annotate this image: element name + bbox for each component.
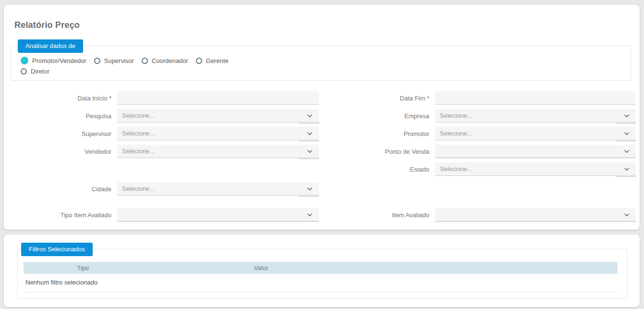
field-data-fim [435,91,636,105]
label-pesquisa: Pesquisa [7,112,111,120]
select-value-empresa: Selecione... [435,112,473,119]
radio-option-gerente[interactable]: Gerente [196,56,229,65]
select-caret-underline [299,122,319,124]
filters-fieldset: Filtros Selecionados Tipo Valor Nenhum f… [17,249,628,299]
radio-label-supervisor: Supervisor [104,57,134,64]
report-form: Data Início *Data Fim *PesquisaSelecione… [4,91,640,222]
page-title: Relatório Preço [14,20,640,30]
select-cidade[interactable]: Selecione... [117,182,319,196]
radio-option-coordenador[interactable]: Coordenador [142,56,188,65]
column-header-valor: Valor [142,262,380,274]
radio-option-diretor[interactable]: Diretor [21,67,49,75]
radio-label-diretor: Diretor [31,68,49,75]
chevron-down-icon [306,185,313,192]
select-supervisor[interactable]: Selecione... [117,127,319,140]
chevron-down-icon [623,130,630,137]
form-row: Data Início *Data Fim * [7,91,640,105]
select-value-pesquisa: Selecione... [117,112,155,119]
field-pesquisa: Selecione... [117,109,319,123]
filters-card: Filtros Selecionados Tipo Valor Nenhum f… [4,235,640,307]
form-row: VendedorSelecione...Ponto de Venda [7,145,640,158]
select-value-supervisor: Selecione... [117,130,155,137]
label-empresa: Empresa [325,112,429,120]
select-promotor[interactable]: Selecione... [435,127,636,140]
label-vendedor: Vendedor [7,148,111,155]
report-card: Relatório Preço Analisar dados de Promot… [4,5,640,230]
select-caret-underline [299,140,319,141]
select-value-promotor: Selecione... [435,130,473,137]
field-item-avaliado [435,208,636,222]
label-ponto-de-venda: Ponto de Venda [325,148,429,155]
field-cidade: Selecione... [117,182,319,196]
radio-option-supervisor[interactable]: Supervisor [94,56,134,65]
form-row: Tipo Item AvaliadoItem Avaliado [7,208,640,222]
label-data-inicio: Data Início * [7,95,111,102]
radio-label-promotor-vendedor: Promotor/Vendedor [32,57,86,64]
input-data-inicio[interactable] [117,91,319,105]
select-empresa[interactable]: Selecione... [435,109,636,123]
select-estado[interactable]: Selecione... [435,162,636,176]
select-caret-underline [616,175,636,177]
radio-unselected-icon[interactable] [94,58,100,64]
select-value-cidade: Selecione... [117,185,155,192]
chevron-down-icon [623,148,630,155]
select-ponto-de-venda[interactable] [435,145,636,158]
input-data-fim[interactable] [435,91,636,105]
select-item-avaliado[interactable] [435,208,636,222]
radio-unselected-icon[interactable] [142,58,148,64]
label-supervisor: Supervisor [7,130,111,137]
chevron-down-icon [623,112,630,119]
select-value-vendedor: Selecione... [117,148,155,155]
filters-legend-tab[interactable]: Filtros Selecionados [21,243,93,256]
radio-selected-icon[interactable] [21,57,28,64]
filters-table-header-row: Tipo Valor [24,262,618,274]
field-promotor: Selecione... [435,127,636,140]
chevron-down-icon [306,112,313,119]
label-promotor: Promotor [325,130,429,137]
select-caret-underline [616,122,636,124]
chevron-down-icon [306,211,313,218]
radio-option-promotor-vendedor[interactable]: Promotor/Vendedor [21,56,86,65]
field-supervisor: Selecione... [117,127,319,140]
select-caret-underline [299,195,319,197]
analyze-options: Promotor/VendedorSupervisorCoordenadorGe… [18,55,248,77]
radio-label-gerente: Gerente [206,57,229,64]
field-data-inicio [117,91,319,105]
chevron-down-icon [306,148,313,155]
filters-empty-message: Nenhum filtro selecionado [24,274,618,293]
select-pesquisa[interactable]: Selecione... [117,109,319,123]
form-row: PesquisaSelecione...EmpresaSelecione... [7,109,640,123]
label-tipo-item-avaliado: Tipo Item Avaliado [7,211,111,219]
form-row: CidadeSelecione... [7,182,640,196]
field-estado: Selecione... [435,162,636,176]
select-tipo-item-avaliado[interactable] [117,208,319,222]
label-data-fim: Data Fim * [325,95,429,102]
label-estado: Estado [325,166,429,173]
analyze-fieldset: Analisar dados de Promotor/VendedorSuper… [11,46,631,81]
radio-unselected-icon[interactable] [21,68,27,74]
select-caret-underline [616,140,636,141]
select-value-estado: Selecione... [435,165,473,173]
label-cidade: Cidade [7,185,111,193]
label-item-avaliado: Item Avaliado [325,211,429,219]
chevron-down-icon [623,166,630,173]
field-ponto-de-venda [435,145,636,158]
radio-unselected-icon[interactable] [196,58,202,64]
filters-table: Tipo Valor Nenhum filtro selecionado [24,262,618,293]
form-row: SupervisorSelecione...PromotorSelecione.… [7,127,640,140]
analyze-legend-tab[interactable]: Analisar dados de [18,39,83,53]
select-caret-underline [299,158,319,159]
column-header-empty [380,262,618,274]
form-row: EstadoSelecione... [7,162,640,176]
chevron-down-icon [306,130,313,137]
field-empresa: Selecione... [435,109,636,123]
field-vendedor: Selecione... [117,145,319,158]
filters-empty-row: Nenhum filtro selecionado [24,274,618,293]
field-tipo-item-avaliado [117,208,319,222]
column-header-tipo: Tipo [24,262,142,274]
chevron-down-icon [623,211,630,218]
select-vendedor[interactable]: Selecione... [117,145,319,158]
radio-label-coordenador: Coordenador [152,57,188,64]
